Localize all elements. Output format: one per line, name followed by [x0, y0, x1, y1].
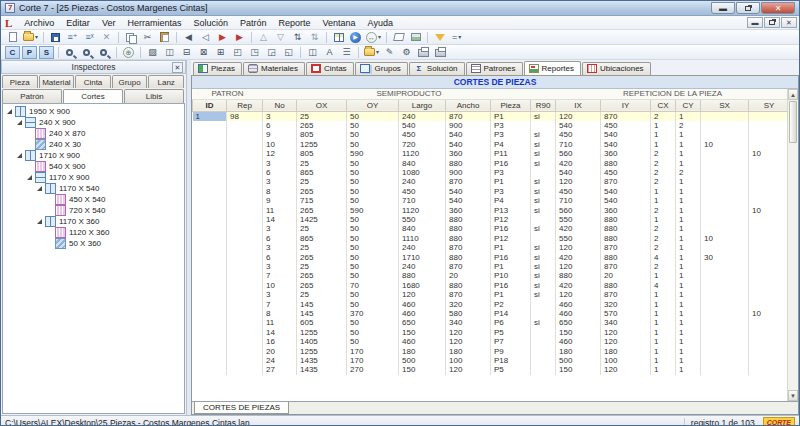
pattern-waste-button[interactable]: ▨ — [145, 46, 160, 59]
cell[interactable]: 3 — [263, 159, 297, 168]
cell[interactable] — [193, 356, 227, 365]
cell[interactable]: 14 — [263, 215, 297, 224]
cell[interactable] — [749, 365, 790, 374]
columns-button[interactable]: ◫ — [305, 46, 320, 59]
cell[interactable]: 10 — [749, 149, 790, 158]
cell[interactable]: si — [531, 159, 556, 168]
cell[interactable] — [227, 271, 263, 280]
cell[interactable]: 870 — [601, 111, 651, 121]
equals-condition-dropdown-icon[interactable]: ▾ — [458, 32, 461, 43]
cell[interactable]: P16 — [491, 224, 531, 233]
cell[interactable] — [701, 159, 749, 168]
table-row[interactable]: 8145370460580P144605701110 — [193, 309, 790, 318]
cell[interactable]: 550 — [556, 215, 601, 224]
cell[interactable]: P7 — [491, 337, 531, 346]
delete-button[interactable]: ✕ — [99, 31, 114, 44]
cell[interactable]: 3 — [263, 262, 297, 271]
cell[interactable]: 590 — [347, 206, 399, 215]
cell[interactable] — [701, 290, 749, 299]
pattern-top-left-button[interactable]: ◰ — [230, 46, 245, 59]
mdi-restore-button[interactable] — [764, 17, 780, 28]
cell[interactable]: 1 — [676, 159, 701, 168]
table-row[interactable]: 32550240870P1si12087021 — [193, 243, 790, 252]
cell[interactable]: 1 — [676, 309, 701, 318]
cell[interactable] — [227, 140, 263, 149]
cell[interactable]: 540 — [601, 187, 651, 196]
cell[interactable]: 6 — [263, 168, 297, 177]
cell[interactable]: 420 — [556, 281, 601, 290]
cell[interactable] — [193, 196, 227, 205]
scroll-up-icon[interactable]: ▲ — [788, 89, 798, 100]
cell[interactable]: 10 — [701, 234, 749, 243]
cell[interactable]: 1110 — [399, 234, 446, 243]
cell[interactable] — [193, 309, 227, 318]
globe-button[interactable]: ⊕ — [121, 46, 136, 59]
cell[interactable]: 120 — [556, 290, 601, 299]
cell[interactable]: si — [531, 253, 556, 262]
cell[interactable] — [531, 215, 556, 224]
cell[interactable] — [227, 159, 263, 168]
cell[interactable]: 150 — [556, 328, 601, 337]
cell[interactable]: 20 — [446, 271, 491, 280]
cell[interactable] — [531, 356, 556, 365]
column-header-ancho[interactable]: Ancho — [446, 99, 491, 111]
cell[interactable]: P3 — [491, 130, 531, 139]
cell[interactable]: 540 — [446, 140, 491, 149]
cell[interactable] — [193, 130, 227, 139]
cell[interactable]: 2 — [651, 168, 676, 177]
cell[interactable]: 420 — [556, 253, 601, 262]
cell[interactable]: 1 — [676, 356, 701, 365]
pattern-top-right-button[interactable]: ◳ — [247, 46, 262, 59]
cell[interactable]: 24 — [263, 356, 297, 365]
cell[interactable]: P11 — [491, 149, 531, 158]
cell[interactable]: P5 — [491, 328, 531, 337]
link-cycle-dropdown-icon[interactable]: ▾ — [378, 32, 381, 43]
cell[interactable]: P10 — [491, 271, 531, 280]
cell[interactable]: 50 — [347, 215, 399, 224]
sheet-tab-cortes-de-piezas[interactable]: CORTES DE PIEZAS — [194, 402, 289, 414]
cell[interactable]: 25 — [297, 262, 347, 271]
cell[interactable] — [531, 300, 556, 309]
cell[interactable]: 1 — [676, 187, 701, 196]
cell[interactable]: 240 — [399, 243, 446, 252]
cell[interactable]: 120 — [601, 365, 651, 374]
cell[interactable] — [749, 318, 790, 327]
cell[interactable]: 50 — [347, 168, 399, 177]
cell[interactable]: 6 — [263, 121, 297, 130]
cell[interactable]: 50 — [347, 111, 399, 121]
cell[interactable]: 2 — [651, 159, 676, 168]
cell[interactable]: 50 — [347, 243, 399, 252]
tree-node[interactable]: 1170 X 360 — [3, 216, 184, 227]
cell[interactable]: 870 — [446, 177, 491, 186]
cell[interactable]: 1 — [676, 253, 701, 262]
cell[interactable] — [749, 140, 790, 149]
cell[interactable] — [193, 234, 227, 243]
cell[interactable]: 710 — [399, 196, 446, 205]
cell[interactable] — [193, 121, 227, 130]
cell[interactable]: 265 — [297, 121, 347, 130]
column-header-cx[interactable]: CX — [651, 99, 676, 111]
scroll-thumb[interactable] — [789, 101, 797, 143]
cell[interactable]: 25 — [297, 290, 347, 299]
cell[interactable]: 880 — [601, 253, 651, 262]
cell[interactable]: 9 — [263, 196, 297, 205]
cell[interactable] — [701, 111, 749, 121]
cell[interactable]: 865 — [297, 168, 347, 177]
cell[interactable]: 180 — [556, 347, 601, 356]
cell[interactable]: 70 — [347, 281, 399, 290]
zoom-button[interactable] — [63, 46, 78, 59]
print-button[interactable] — [416, 46, 431, 59]
cell[interactable]: 180 — [399, 347, 446, 356]
cell[interactable]: P6 — [491, 318, 531, 327]
menu-reporte[interactable]: Reporte — [272, 17, 316, 29]
cell[interactable]: 20 — [263, 347, 297, 356]
cell[interactable] — [227, 196, 263, 205]
tab-reportes[interactable]: Reportes — [524, 61, 581, 75]
datasheet-button[interactable] — [331, 31, 346, 44]
cell[interactable]: 1 — [676, 140, 701, 149]
cell[interactable]: 880 — [446, 234, 491, 243]
new-document-button[interactable] — [5, 31, 20, 44]
cell[interactable]: 3 — [263, 111, 297, 121]
cell[interactable]: 50 — [347, 159, 399, 168]
cell[interactable]: P16 — [491, 159, 531, 168]
